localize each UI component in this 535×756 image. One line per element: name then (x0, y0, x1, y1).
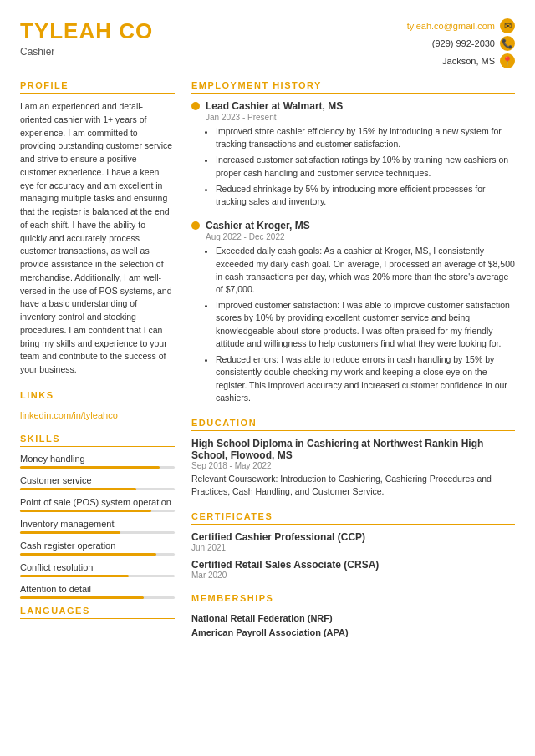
main-body: PROFILE I am an experienced and detail-o… (0, 80, 535, 756)
skill-bar-bg (20, 466, 175, 469)
job-bullet: Increased customer satisfaction ratings … (216, 154, 515, 179)
skill-bar-fill (20, 510, 151, 512)
skill-item: Conflict resolution (20, 562, 175, 577)
memberships-list: National Retail Federation (NRF)American… (191, 613, 515, 637)
location-text: Jackson, MS (442, 56, 495, 66)
skill-item: Customer service (20, 475, 175, 490)
edu-entry: High School Diploma in Cashiering at Nor… (191, 438, 515, 498)
skills-list: Money handling Customer service Point of… (20, 454, 175, 599)
phone-text: (929) 992-2030 (432, 38, 495, 48)
job-dot (191, 102, 200, 110)
skill-bar-fill (20, 531, 120, 534)
linkedin-link[interactable]: linkedin.com/in/tyleahco (20, 410, 118, 420)
email-link[interactable]: tyleah.co@gmail.com (407, 21, 495, 31)
skill-bar-bg (20, 510, 175, 512)
phone-row: (929) 992-2030 📞 (407, 36, 515, 51)
cert-date: Mar 2020 (191, 571, 515, 580)
skill-name: Customer service (20, 475, 175, 485)
employment-section-title: EMPLOYMENT HISTORY (191, 80, 515, 94)
skill-item: Money handling (20, 454, 175, 469)
skill-name: Money handling (20, 454, 175, 464)
email-row: tyleah.co@gmail.com ✉ (407, 18, 515, 33)
memberships-section-title: MEMBERSHIPS (191, 593, 515, 606)
job-dates: Jan 2023 - Present (206, 113, 515, 122)
education-section-title: EDUCATION (191, 418, 515, 431)
linkedin-link-item: linkedin.com/in/tyleahco (20, 410, 175, 420)
certificates-section-title: CERTIFICATES (191, 511, 515, 525)
skill-name: Attention to detail (20, 584, 175, 594)
resume-page: TYLEAH CO Cashier tyleah.co@gmail.com ✉ … (0, 0, 535, 756)
skill-bar-bg (20, 596, 175, 599)
phone-icon: 📞 (500, 36, 515, 51)
cert-entry: Certified Retail Sales Associate (CRSA) … (191, 559, 515, 580)
job-dot (191, 221, 200, 230)
skill-bar-fill (20, 596, 144, 599)
skill-item: Point of sale (POS) system operation (20, 497, 175, 512)
skill-bar-bg (20, 553, 175, 556)
links-section-title: LINKS (20, 390, 175, 403)
skill-bar-bg (20, 575, 175, 577)
email-icon: ✉ (500, 18, 515, 33)
job-bullets-list: Exceeded daily cash goals: As a cashier … (206, 245, 515, 404)
skill-bar-bg (20, 488, 175, 490)
profile-section-title: PROFILE (20, 80, 175, 94)
edu-dates: Sep 2018 - May 2022 (191, 461, 515, 470)
job-entry: Lead Cashier at Walmart, MS Jan 2023 - P… (191, 100, 515, 208)
membership-item: American Payroll Association (APA) (191, 627, 515, 637)
job-title: Cashier at Kroger, MS (206, 220, 310, 231)
job-title-row: Cashier at Kroger, MS (191, 220, 515, 231)
candidate-name: TYLEAH CO (20, 18, 153, 44)
job-entry: Cashier at Kroger, MS Aug 2022 - Dec 202… (191, 220, 515, 404)
education-list: High School Diploma in Cashiering at Nor… (191, 438, 515, 498)
location-row: Jackson, MS 📍 (407, 53, 515, 68)
location-icon: 📍 (500, 53, 515, 68)
job-dates: Aug 2022 - Dec 2022 (206, 232, 515, 241)
languages-section-title: LANGUAGES (20, 606, 175, 619)
skill-name: Inventory management (20, 519, 175, 529)
job-title-row: Lead Cashier at Walmart, MS (191, 100, 515, 112)
edu-desc: Relevant Coursework: Introduction to Cas… (191, 473, 515, 498)
header: TYLEAH CO Cashier tyleah.co@gmail.com ✉ … (0, 0, 535, 80)
skill-item: Attention to detail (20, 584, 175, 599)
job-bullet: Exceeded daily cash goals: As a cashier … (216, 245, 515, 296)
candidate-title: Cashier (20, 46, 153, 58)
cert-entry: Certified Cashier Professional (CCP) Jun… (191, 531, 515, 552)
jobs-list: Lead Cashier at Walmart, MS Jan 2023 - P… (191, 100, 515, 404)
skill-bar-fill (20, 575, 129, 577)
job-title: Lead Cashier at Walmart, MS (206, 100, 343, 112)
membership-item: National Retail Federation (NRF) (191, 613, 515, 623)
cert-date: Jun 2021 (191, 543, 515, 552)
skill-name: Cash register operation (20, 540, 175, 551)
job-bullet: Improved customer satisfaction: I was ab… (216, 299, 515, 350)
profile-text: I am an experienced and detail-oriented … (20, 100, 175, 377)
cert-name: Certified Cashier Professional (CCP) (191, 531, 515, 543)
certificates-list: Certified Cashier Professional (CCP) Jun… (191, 531, 515, 580)
skill-item: Inventory management (20, 519, 175, 534)
skill-bar-bg (20, 531, 175, 534)
header-left: TYLEAH CO Cashier (20, 18, 153, 58)
job-bullet: Reduced shrinkage by 5% by introducing m… (216, 183, 515, 208)
skill-bar-fill (20, 553, 156, 556)
skill-bar-fill (20, 466, 160, 469)
skill-bar-fill (20, 488, 136, 490)
edu-degree: High School Diploma in Cashiering at Nor… (191, 438, 515, 461)
right-column: EMPLOYMENT HISTORY Lead Cashier at Walma… (191, 80, 515, 739)
left-column: PROFILE I am an experienced and detail-o… (20, 80, 175, 739)
skill-name: Conflict resolution (20, 562, 175, 572)
skill-item: Cash register operation (20, 540, 175, 556)
skill-name: Point of sale (POS) system operation (20, 497, 175, 507)
job-bullets-list: Improved store cashier efficiency by 15%… (206, 125, 515, 208)
job-bullet: Improved store cashier efficiency by 15%… (216, 125, 515, 150)
job-bullet: Reduced errors: I was able to reduce err… (216, 353, 515, 404)
skills-section-title: SKILLS (20, 434, 175, 447)
cert-name: Certified Retail Sales Associate (CRSA) (191, 559, 515, 571)
header-right: tyleah.co@gmail.com ✉ (929) 992-2030 📞 J… (407, 18, 515, 68)
